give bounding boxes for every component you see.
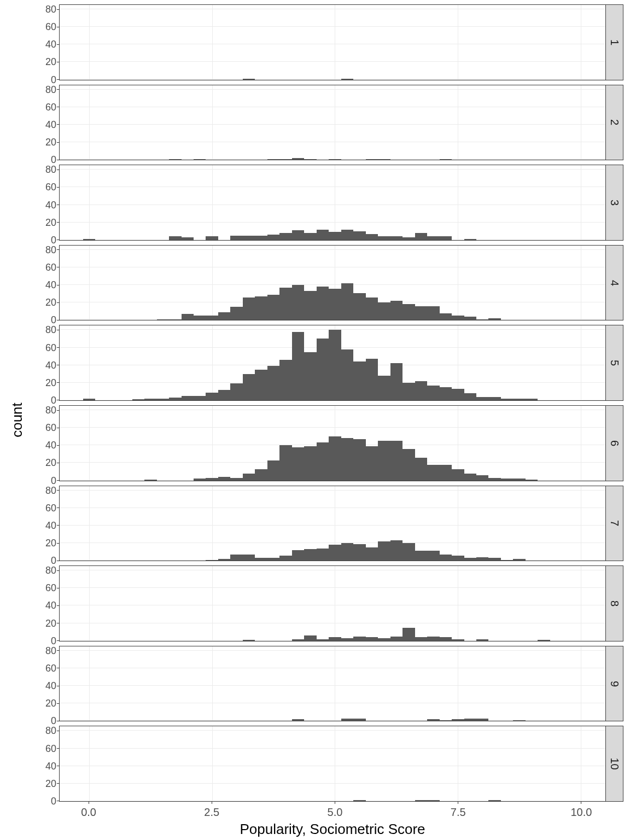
histogram-bar — [255, 469, 267, 481]
histogram-bar — [267, 558, 279, 561]
histogram-bar — [366, 637, 378, 640]
plot-panel: 020406080 — [59, 245, 606, 321]
bars — [60, 486, 605, 561]
y-tick-label: 0 — [51, 795, 60, 807]
y-tick-label: 20 — [45, 56, 60, 68]
histogram-bar — [390, 301, 402, 320]
histogram-bar — [329, 289, 341, 320]
facet-4: 0204060804 — [38, 245, 623, 321]
histogram-bar — [440, 159, 452, 160]
plot-panel: 020406080 — [59, 85, 606, 161]
histogram-bar — [292, 447, 304, 481]
y-tick-label: 40 — [45, 520, 60, 531]
histogram-bar — [317, 230, 329, 240]
bars — [60, 566, 605, 641]
bars — [60, 325, 605, 400]
histogram-bar — [169, 319, 181, 320]
histogram-bar — [440, 637, 452, 640]
y-tick-label: 20 — [45, 778, 60, 789]
x-axis: 0.02.55.07.510.0 — [59, 806, 606, 819]
facet-7: 0204060807 — [38, 486, 623, 562]
histogram-bar — [513, 559, 525, 561]
histogram-bar — [390, 441, 402, 480]
histogram-bar — [157, 319, 169, 320]
histogram-bar — [452, 719, 464, 721]
histogram-bar — [427, 465, 439, 481]
histogram-bar — [464, 317, 476, 320]
histogram-bar — [402, 543, 415, 561]
histogram-bar — [353, 439, 365, 481]
y-tick-label: 80 — [45, 725, 60, 737]
histogram-bar — [341, 79, 353, 80]
histogram-bar — [206, 316, 218, 320]
histogram-bar — [452, 316, 464, 320]
histogram-bar — [341, 438, 353, 480]
y-tick-label: 20 — [45, 538, 60, 549]
y-tick-label: 60 — [45, 21, 60, 33]
histogram-bar — [440, 465, 452, 481]
histogram-bar — [243, 555, 255, 561]
histogram-bar — [476, 397, 488, 400]
plot-panel: 020406080 — [59, 726, 606, 802]
facet-2: 0204060802 — [38, 85, 623, 161]
y-tick-label: 20 — [45, 457, 60, 469]
y-tick-label: 20 — [45, 297, 60, 308]
histogram-bar — [304, 159, 316, 160]
facet-8: 0204060808 — [38, 565, 623, 641]
histogram-bar — [427, 551, 439, 561]
histogram-bar — [501, 399, 513, 400]
x-tick-label: 5.0 — [328, 806, 343, 819]
facet-label: 6 — [608, 440, 621, 446]
histogram-bar — [415, 381, 427, 400]
histogram-bar — [292, 639, 304, 641]
histogram-bar — [243, 374, 255, 400]
facet-strip: 4 — [606, 245, 623, 321]
histogram-bar — [279, 233, 291, 240]
histogram-bar — [341, 543, 353, 561]
histogram-bar — [353, 293, 365, 320]
histogram-bar — [255, 370, 267, 400]
plot-panel: 020406080 — [59, 325, 606, 401]
histogram-bar — [317, 442, 329, 480]
histogram-bar — [144, 480, 156, 481]
facet-6: 0204060806 — [38, 405, 623, 481]
histogram-bar — [83, 239, 95, 240]
histogram-bar — [476, 557, 488, 561]
histogram-bar — [488, 800, 500, 801]
histogram-bar — [366, 298, 378, 320]
histogram-bar — [182, 396, 194, 400]
histogram-bar — [317, 639, 329, 641]
facet-strip: 7 — [606, 486, 623, 562]
y-tick-label: 40 — [45, 760, 60, 772]
bars — [60, 85, 605, 160]
facet-3: 0204060803 — [38, 165, 623, 241]
histogram-bar — [329, 232, 341, 240]
histogram-bar — [526, 480, 538, 481]
facet-label: 10 — [608, 758, 621, 770]
histogram-bar — [329, 637, 341, 640]
histogram-bar — [353, 719, 365, 721]
facet-strip: 2 — [606, 85, 623, 161]
histogram-bar — [218, 390, 230, 400]
histogram-bar — [206, 478, 218, 481]
histogram-bar — [440, 313, 452, 320]
histogram-bar — [464, 558, 476, 561]
y-tick-label: 80 — [45, 164, 60, 176]
histogram-bar — [329, 436, 341, 480]
facet-label: 4 — [608, 280, 621, 286]
bars — [60, 5, 605, 80]
histogram-bar — [194, 159, 206, 160]
histogram-bar — [501, 479, 513, 480]
histogram-bar — [366, 159, 378, 160]
histogram-bar — [341, 230, 353, 240]
histogram-bar — [378, 541, 390, 561]
y-tick-label: 80 — [45, 244, 60, 255]
histogram-bar — [427, 637, 439, 641]
histogram-bar — [378, 159, 390, 160]
histogram-bar — [304, 549, 316, 561]
histogram-bar — [169, 159, 181, 160]
histogram-bar — [402, 237, 415, 240]
histogram-bar — [230, 383, 242, 400]
histogram-bar — [488, 318, 500, 320]
histogram-bar — [378, 638, 390, 641]
